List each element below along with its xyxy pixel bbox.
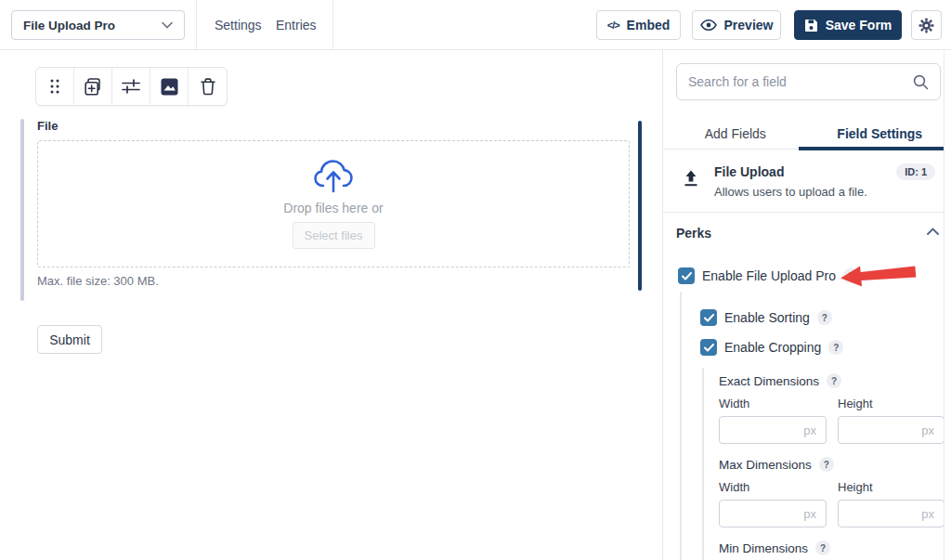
field-options-icon[interactable] [112, 68, 150, 105]
enable-sorting-label: Enable Sorting [724, 310, 810, 325]
drag-handle-icon[interactable] [36, 68, 74, 105]
max-height-input[interactable] [838, 500, 944, 527]
enable-cropping-checkbox[interactable] [700, 339, 717, 356]
dropzone-text: Drop files here or [283, 201, 383, 215]
perks-title: Perks [676, 226, 711, 241]
embed-button[interactable]: </> Embed [596, 10, 681, 40]
header-divider [332, 0, 333, 50]
eye-icon [700, 20, 717, 31]
exact-dimensions-label: Exact Dimensions [719, 374, 819, 388]
tab-field-settings[interactable]: Field Settings [808, 119, 951, 149]
pro-options-group: Enable Sorting ? Enable Cropping ? Exact… [680, 292, 949, 560]
field-selection-bar-left [20, 119, 24, 301]
enable-sorting-help-icon[interactable]: ? [817, 310, 832, 325]
gear-icon [918, 18, 934, 33]
field-selection-bar-right [638, 121, 642, 291]
exact-width-input[interactable] [719, 416, 827, 444]
select-files-button[interactable]: Select files [293, 222, 375, 249]
chevron-up-icon[interactable] [927, 228, 939, 235]
max-dimensions-title: Max Dimensions ? [719, 457, 834, 472]
max-dimensions-help-icon[interactable]: ? [819, 457, 834, 472]
min-dimensions-help-icon[interactable]: ? [815, 540, 830, 555]
delete-field-icon[interactable] [189, 68, 227, 105]
save-form-button-label: Save Form [826, 18, 892, 33]
file-field-label: File [37, 119, 58, 133]
exact-dimensions-title: Exact Dimensions ? [719, 373, 841, 388]
header-divider [196, 0, 197, 50]
enable-cropping-row: Enable Cropping ? [700, 339, 843, 356]
duplicate-field-icon[interactable] [74, 68, 112, 105]
image-icon[interactable] [150, 68, 189, 105]
max-width-label: Width [719, 480, 749, 494]
sidebar: Add Fields Field Settings File Upload Al… [662, 50, 951, 560]
min-dimensions-title: Min Dimensions ? [719, 540, 830, 555]
form-selector-value: File Upload Pro [23, 19, 115, 33]
form-selector-dropdown[interactable]: File Upload Pro [11, 10, 185, 40]
max-width-input[interactable] [719, 500, 827, 527]
form-canvas: File Drop files here or Select files Max… [0, 50, 662, 560]
enable-pro-label: Enable File Upload Pro [702, 268, 836, 283]
submit-button[interactable]: Submit [37, 325, 102, 354]
chevron-down-icon [162, 21, 173, 29]
code-icon: </> [607, 20, 619, 31]
top-toolbar: File Upload Pro Settings Entries </> Emb… [0, 0, 951, 50]
enable-cropping-label: Enable Cropping [724, 340, 821, 355]
perks-section-header[interactable]: Perks [663, 221, 951, 247]
sidebar-scrollbar[interactable] [944, 50, 951, 560]
max-height-label: Height [838, 480, 873, 494]
cloud-upload-icon [313, 159, 354, 194]
file-dropzone[interactable]: Drop files here or Select files [37, 140, 630, 267]
exact-height-input[interactable] [838, 416, 944, 444]
enable-pro-checkbox[interactable] [678, 267, 695, 284]
sidebar-divider [663, 212, 951, 213]
preview-button[interactable]: Preview [692, 10, 781, 40]
field-toolbar [35, 67, 228, 106]
sidebar-tabs: Add Fields Field Settings [663, 119, 951, 150]
enable-sorting-row: Enable Sorting ? [700, 309, 832, 326]
save-icon [804, 19, 818, 33]
search-icon [913, 74, 929, 90]
save-form-button[interactable]: Save Form [794, 10, 902, 40]
settings-gear-button[interactable] [911, 10, 942, 40]
field-info-panel: File Upload Allows users to upload a fil… [663, 150, 951, 212]
nav-settings[interactable]: Settings [215, 18, 262, 33]
preview-button-label: Preview [724, 18, 774, 33]
exact-width-label: Width [719, 397, 749, 410]
tab-add-fields[interactable]: Add Fields [663, 119, 808, 149]
field-type-description: Allows users to upload a file. [714, 185, 867, 199]
enable-pro-row: Enable File Upload Pro ? [678, 267, 858, 284]
field-id-badge: ID: 1 [896, 163, 935, 180]
upload-icon [684, 170, 698, 187]
cropping-options-group: Exact Dimensions ? Width Height Max Dime… [702, 368, 949, 560]
embed-button-label: Embed [627, 18, 671, 33]
search-input[interactable] [688, 74, 905, 89]
enable-cropping-help-icon[interactable]: ? [828, 340, 843, 355]
nav-entries[interactable]: Entries [276, 18, 317, 33]
max-dimensions-label: Max Dimensions [719, 458, 812, 472]
field-search[interactable] [676, 63, 941, 100]
min-dimensions-label: Min Dimensions [719, 541, 808, 555]
enable-sorting-checkbox[interactable] [700, 309, 717, 326]
exact-height-label: Height [838, 397, 873, 410]
field-type-title: File Upload [714, 164, 784, 179]
exact-dimensions-help-icon[interactable]: ? [827, 373, 841, 388]
max-file-size-note: Max. file size: 300 MB. [37, 274, 159, 288]
